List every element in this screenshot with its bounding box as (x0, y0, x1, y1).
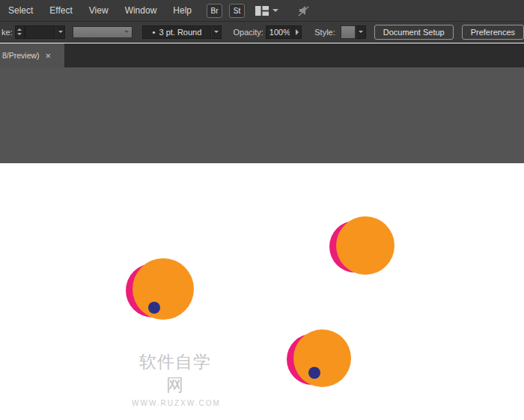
artwork-circle[interactable] (329, 214, 394, 279)
navy-dot-shape (148, 302, 160, 314)
orange-circle-shape (336, 216, 394, 275)
artwork-layer (0, 0, 524, 420)
artwork-circle[interactable] (126, 256, 193, 323)
navy-dot-shape (308, 367, 320, 379)
orange-circle-shape (293, 329, 351, 387)
artwork-circle[interactable] (287, 327, 350, 391)
orange-circle-shape (132, 258, 194, 320)
